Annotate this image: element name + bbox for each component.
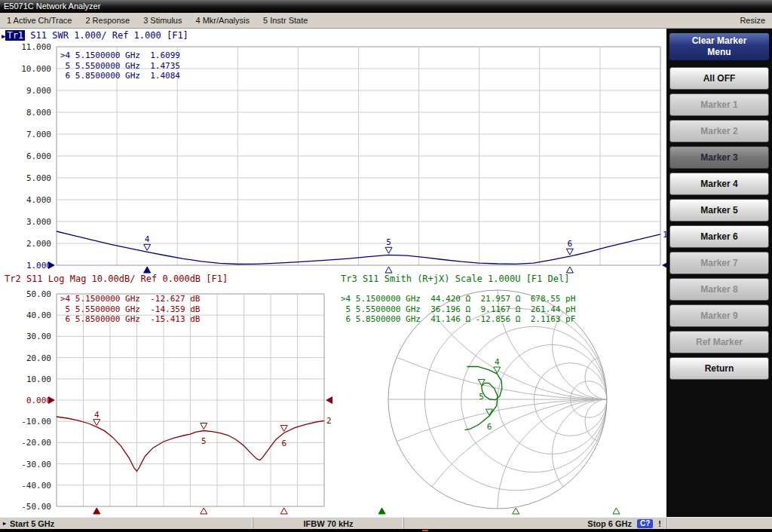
menu-3-stimulus[interactable]: 3 Stimulus bbox=[136, 16, 188, 25]
softkey-ref-marker: Ref Marker bbox=[669, 331, 769, 353]
svg-text:5: 5 bbox=[201, 436, 207, 446]
softkey-marker-9: Marker 9 bbox=[669, 304, 769, 327]
svg-text:20.00: 20.00 bbox=[26, 353, 51, 363]
menu-1-active-ch-trace[interactable]: 1 Active Ch/Trace bbox=[0, 16, 78, 25]
softkey-all-off[interactable]: All OFF bbox=[669, 67, 769, 90]
svg-text:2: 2 bbox=[326, 416, 332, 426]
svg-text:4: 4 bbox=[495, 357, 500, 367]
softkey-marker-7: Marker 7 bbox=[669, 252, 769, 274]
plot-area: ▶Tr1 S11 SWR 1.000/ Ref 1.000 [F1] 11.00… bbox=[0, 29, 666, 517]
svg-text:8.000: 8.000 bbox=[26, 108, 51, 118]
svg-text:6: 6 bbox=[568, 239, 573, 249]
menu-items: 1 Active Ch/Trace2 Response3 Stimulus4 M… bbox=[0, 16, 314, 25]
statusbar-stop-segment: Stop 6 GHz C? ! bbox=[404, 518, 666, 529]
svg-text:-50.00: -50.00 bbox=[21, 502, 51, 512]
svg-text:40.00: 40.00 bbox=[26, 310, 51, 320]
bottom-black-bar bbox=[0, 529, 772, 532]
svg-text:0.000: 0.000 bbox=[26, 396, 51, 405]
tr3-format-label: Tr3 S11 Smith (R+jX) Scale 1.000U [F1 De… bbox=[341, 274, 569, 284]
svg-text:1.000: 1.000 bbox=[26, 261, 51, 271]
tr1-marker-readout: >4 5.1500000 GHz 1.6099 5 5.5500000 GHz … bbox=[60, 50, 180, 81]
svg-text:6: 6 bbox=[281, 439, 286, 448]
softkey-marker-8: Marker 8 bbox=[669, 278, 769, 301]
ifbw-value: IFBW 70 kHz bbox=[303, 519, 353, 528]
marker-4-symbol[interactable]: 4 bbox=[144, 234, 151, 273]
svg-text:2.000: 2.000 bbox=[26, 239, 51, 249]
softkey-marker-1: Marker 1 bbox=[669, 93, 769, 116]
svg-text:30.00: 30.00 bbox=[26, 332, 51, 341]
resize-button[interactable]: Resize bbox=[733, 16, 772, 25]
tr2-header: Tr2 S11 Log Mag 10.00dB/ Ref 0.000dB [F1… bbox=[5, 274, 228, 284]
svg-text:-10.00: -10.00 bbox=[21, 417, 51, 427]
status-indicator-dot bbox=[422, 530, 428, 531]
svg-text:7.000: 7.000 bbox=[26, 130, 51, 139]
svg-text:4.000: 4.000 bbox=[26, 195, 51, 205]
softkey-marker-3[interactable]: Marker 3 bbox=[669, 146, 769, 169]
statusbar-start-segment: ▸ Start 5 GHz bbox=[0, 518, 253, 529]
tr3-marker-readout: >4 5.1500000 GHz 44.420 Ω 21.957 Ω 678.5… bbox=[341, 294, 575, 325]
svg-text:3.000: 3.000 bbox=[26, 217, 51, 227]
channel-arrow-icon: ▸ bbox=[3, 520, 6, 527]
svg-text:-40.00: -40.00 bbox=[21, 481, 51, 491]
softkey-menu: Clear Marker Menu All OFFMarker 1Marker … bbox=[666, 29, 772, 517]
statusbar: ▸ Start 5 GHz IFBW 70 kHz Stop 6 GHz C? … bbox=[0, 517, 772, 529]
svg-text:10.000: 10.000 bbox=[21, 64, 51, 74]
stop-frequency: Stop 6 GHz bbox=[587, 519, 632, 528]
svg-text:9.000: 9.000 bbox=[26, 86, 51, 96]
tr3-header: Tr3 S11 Smith (R+jX) Scale 1.000U [F1 De… bbox=[341, 274, 569, 284]
softkey-marker-2: Marker 2 bbox=[669, 120, 769, 142]
tr1-format-label: S11 SWR 1.000/ Ref 1.000 [F1] bbox=[25, 30, 188, 41]
window-title: E5071C Network Analyzer bbox=[4, 2, 100, 11]
svg-text:5: 5 bbox=[479, 392, 484, 402]
menu-4-mkr-analysis[interactable]: 4 Mkr/Analysis bbox=[188, 16, 256, 25]
statusbar-ifbw-segment: IFBW 70 kHz bbox=[253, 518, 404, 529]
svg-text:-20.00: -20.00 bbox=[21, 438, 51, 448]
menu-5-instr-state[interactable]: 5 Instr State bbox=[256, 16, 314, 25]
marker-4-symbol[interactable]: 4 bbox=[93, 410, 100, 514]
svg-text:4: 4 bbox=[94, 410, 100, 420]
softkey-menu-title: Clear Marker Menu bbox=[669, 33, 769, 60]
tr2-format-label: Tr2 S11 Log Mag 10.00dB/ Ref 0.000dB [F1… bbox=[5, 274, 228, 284]
start-frequency: Start 5 GHz bbox=[10, 519, 54, 528]
svg-text:50.00: 50.00 bbox=[26, 289, 51, 299]
tr2-marker-readout: >4 5.1500000 GHz -12.627 dB 5 5.5500000 … bbox=[60, 294, 200, 325]
marker-6-symbol[interactable]: 6 bbox=[280, 425, 287, 514]
e5071c-window: E5071C Network Analyzer 1 Active Ch/Trac… bbox=[0, 0, 772, 532]
svg-text:-30.00: -30.00 bbox=[21, 460, 51, 469]
titlebar: E5071C Network Analyzer bbox=[0, 0, 772, 13]
alert-indicator: ! bbox=[658, 519, 661, 528]
svg-text:5.000: 5.000 bbox=[26, 173, 51, 183]
softkey-marker-6[interactable]: Marker 6 bbox=[669, 225, 769, 248]
svg-text:10.00: 10.00 bbox=[26, 375, 51, 384]
tr1-header: ▶Tr1 S11 SWR 1.000/ Ref 1.000 [F1] bbox=[2, 30, 188, 41]
statusbar-spacer bbox=[666, 518, 772, 529]
softkey-return[interactable]: Return bbox=[669, 357, 769, 380]
softkey-marker-5[interactable]: Marker 5 bbox=[669, 199, 769, 222]
ref-level-arrow-left bbox=[48, 396, 55, 404]
marker-5-symbol[interactable]: 5 bbox=[201, 423, 207, 514]
svg-text:11.000: 11.000 bbox=[21, 42, 51, 52]
menu-2-response[interactable]: 2 Response bbox=[78, 16, 136, 25]
correction-status-badge: C? bbox=[637, 519, 653, 528]
menubar: 1 Active Ch/Trace2 Response3 Stimulus4 M… bbox=[0, 13, 772, 29]
svg-text:5: 5 bbox=[386, 237, 391, 247]
ref-level-arrow-left bbox=[48, 261, 55, 269]
svg-text:4: 4 bbox=[145, 234, 150, 244]
svg-text:6: 6 bbox=[487, 422, 492, 432]
softkey-marker-4[interactable]: Marker 4 bbox=[669, 173, 769, 195]
tr1-badge[interactable]: Tr1 bbox=[5, 30, 25, 41]
svg-text:6.000: 6.000 bbox=[26, 151, 51, 161]
